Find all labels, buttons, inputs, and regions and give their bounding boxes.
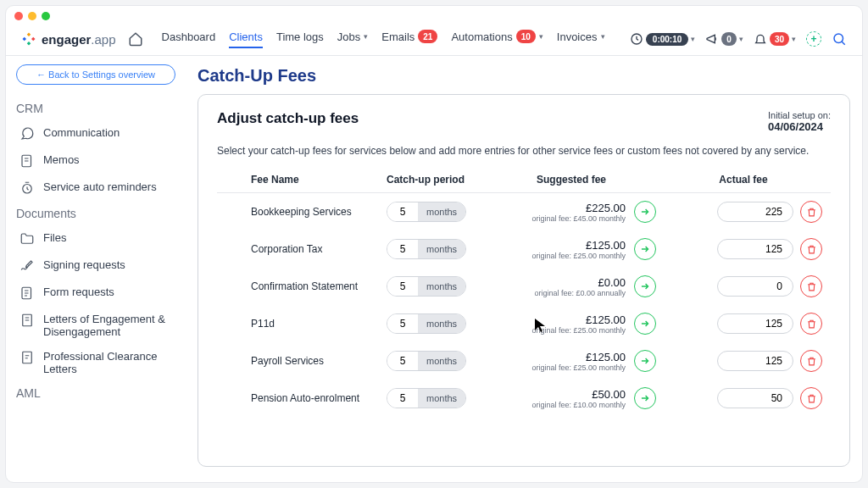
trash-icon [806,393,817,404]
suggested-amount: £125.00 [531,239,626,252]
back-to-settings-button[interactable]: ← Back to Settings overview [16,64,175,85]
period-unit: months [418,277,465,296]
trash-icon [806,356,817,367]
actual-fee-input[interactable] [717,239,793,259]
suggested-amount: £0.00 [534,276,626,289]
apply-suggested-button[interactable] [634,201,656,223]
notifications-button[interactable]: 30 ▾ [754,32,796,46]
page-title: Catch-Up Fees [198,66,850,86]
timer-widget[interactable]: 0:00:10 ▾ [630,32,695,46]
arrow-right-icon [639,280,651,292]
arrow-right-icon [639,243,651,255]
suggested-amount: £50.00 [531,388,626,401]
sidebar-item-files[interactable]: Files [16,225,175,252]
trash-icon [806,207,817,218]
setup-label: Initial setup on: [768,110,831,120]
sidebar-item-icon [19,313,35,328]
delete-row-button[interactable] [800,387,822,409]
sidebar-item-memos[interactable]: Memos [16,147,175,175]
period-value-input[interactable] [387,352,418,370]
original-fee-label: original fee: £25.00 monthly [531,326,626,335]
sidebar-item-icon [19,180,35,196]
nav-item-automations[interactable]: Automations10▾ [451,30,542,48]
search-icon[interactable] [832,31,847,47]
apply-suggested-button[interactable] [634,275,656,297]
sidebar-item-label: Signing requests [43,258,125,271]
home-icon[interactable] [128,31,143,47]
setup-date: 04/06/2024 [768,120,831,133]
actual-fee-input[interactable] [717,276,793,297]
sidebar-item-letters-of-engagement-disengagement[interactable]: Letters of Engagement & Disengagement [16,307,175,344]
maximize-window-icon[interactable] [42,12,50,20]
period-input-group: months [387,202,466,222]
announcements-button[interactable]: 0 ▾ [705,32,743,46]
sidebar-item-label: Communication [43,126,120,139]
fee-row: Payroll Servicesmonths£125.00original fe… [217,342,831,380]
delete-row-button[interactable] [800,313,822,335]
actual-fee-input[interactable] [717,202,793,222]
actual-fee-input[interactable] [717,388,793,408]
nav-item-jobs[interactable]: Jobs▾ [337,30,368,48]
sidebar-item-label: Professional Clearance Letters [43,350,172,375]
apply-suggested-button[interactable] [634,313,656,335]
apply-suggested-button[interactable] [634,350,656,372]
delete-row-button[interactable] [800,350,822,372]
sidebar-item-communication[interactable]: Communication [16,120,175,147]
fee-name: Confirmation Statement [217,280,387,292]
sidebar-item-professional-clearance-letters[interactable]: Professional Clearance Letters [16,344,175,381]
fee-name: P11d [217,318,387,330]
period-value-input[interactable] [387,277,418,296]
period-value-input[interactable] [387,314,418,333]
sidebar-item-label: Service auto reminders [43,180,157,193]
actual-fee-input[interactable] [717,313,793,334]
svg-rect-6 [23,352,32,363]
suggested-amount: £225.00 [531,202,626,214]
bell-icon [754,32,767,46]
period-value-input[interactable] [387,202,418,221]
sidebar: ← Back to Settings overview CRMCommunica… [6,56,186,482]
fee-name: Payroll Services [217,355,387,367]
delete-row-button[interactable] [800,201,822,223]
nav-item-emails[interactable]: Emails21 [381,30,437,48]
period-input-group: months [387,239,466,259]
apply-suggested-button[interactable] [634,238,656,260]
actual-fee-input[interactable] [717,351,793,371]
original-fee-label: original fee: £25.00 monthly [531,252,626,260]
sidebar-item-signing-requests[interactable]: Signing requests [16,252,175,280]
period-value-input[interactable] [387,389,418,408]
sidebar-item-icon [19,231,35,247]
fee-name: Corporation Tax [217,243,387,255]
sidebar-item-form-requests[interactable]: Form requests [16,280,175,307]
period-value-input[interactable] [387,240,418,258]
delete-row-button[interactable] [800,275,822,297]
period-input-group: months [387,313,466,334]
original-fee-label: original fee: £45.00 monthly [531,214,626,223]
arrow-right-icon [639,355,651,367]
fee-row: Bookkeeping Servicesmonths£225.00origina… [217,193,831,230]
arrow-right-icon [639,392,651,404]
nav-item-dashboard[interactable]: Dashboard [162,30,216,48]
megaphone-icon [705,32,719,46]
sidebar-item-icon [19,126,35,141]
close-window-icon[interactable] [14,12,23,20]
sidebar-section-crm: CRM [16,102,175,115]
period-input-group: months [387,388,466,408]
nav-item-invoices[interactable]: Invoices▾ [557,30,605,48]
nav-item-time-logs[interactable]: Time logs [276,30,324,48]
clock-icon [630,32,643,46]
sidebar-item-service-auto-reminders[interactable]: Service auto reminders [16,175,175,202]
add-new-button[interactable]: + [806,31,821,47]
delete-row-button[interactable] [800,238,822,260]
nav-item-clients[interactable]: Clients [229,30,263,48]
brand-logo[interactable]: engager.app [21,31,116,47]
trash-icon [806,319,817,330]
minimize-window-icon[interactable] [28,12,36,20]
arrow-right-icon [639,206,651,218]
period-unit: months [418,202,465,221]
apply-suggested-button[interactable] [634,387,656,409]
main-content: Catch-Up Fees Adjust catch-up fees Initi… [186,56,862,482]
sidebar-section-aml: AML [16,386,175,400]
original-fee-label: original fee: £25.00 monthly [531,363,626,372]
fee-row: Confirmation Statementmonths£0.00origina… [217,268,831,305]
trash-icon [806,244,817,255]
